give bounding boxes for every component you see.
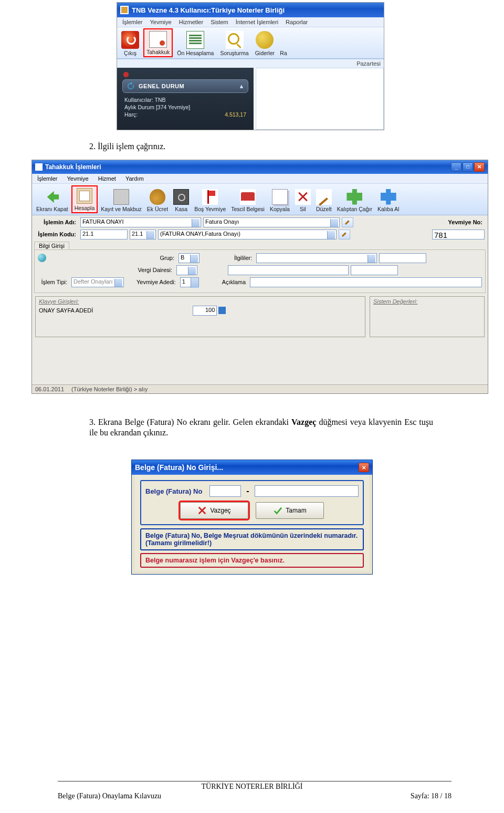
toolbar-exit-button[interactable]: Çıkış <box>119 28 141 57</box>
form-area: İşlemin Adı: FATURA ONAYI Fatura Onayı Y… <box>32 215 488 239</box>
menu-islemler[interactable]: İşlemler <box>37 175 58 182</box>
toolbar-tescil-belgesi-button[interactable]: Tescil Belgesi <box>229 185 267 213</box>
screenshot-dialog: Belge (Fatura) No Girişi... ✕ Belge (Fat… <box>131 460 373 575</box>
vergi-extra2[interactable] <box>351 265 398 275</box>
tab-bilgi-girisi[interactable]: Bilgi Girişi <box>34 242 69 249</box>
status-bar: Pazartesi <box>117 59 384 68</box>
money-bag-icon <box>150 189 165 205</box>
panel-header: Sistem Değerleri: <box>373 298 417 305</box>
printer-icon <box>113 189 129 205</box>
toolbar: Çıkış Tahakkuk Ön Hesaplama Soruşturma G… <box>117 27 384 59</box>
panel-line: Aylık Durum [374 Yevmiye] <box>124 104 190 110</box>
info-message: Belge (Fatura) No, Belge Meşruat dökümün… <box>140 528 364 550</box>
menu-hizmet[interactable]: Hizmet <box>98 175 116 182</box>
toolbar-ek-ucret-button[interactable]: Ek Ücret <box>145 185 170 213</box>
panel-line: Kullanıcılar: TNB <box>124 97 166 103</box>
footer-center: TÜRKİYE NOTERLER BİRLİĞİ <box>0 783 504 791</box>
menu-sistem[interactable]: Sistem <box>211 19 228 25</box>
toolbar-giderler-button[interactable]: Giderler <box>253 28 277 57</box>
puzzle-icon <box>346 189 362 205</box>
toolbar-kaliba-al-button[interactable]: Kalıba Al <box>375 185 401 213</box>
islem-adi-desc-input[interactable]: Fatura Onayı <box>203 217 340 227</box>
edit-button[interactable] <box>342 217 353 227</box>
panel-header[interactable]: GENEL DURUM ▲ <box>122 79 248 93</box>
minimize-button[interactable]: _ <box>451 162 461 172</box>
menu-yevmiye[interactable]: Yevmiye <box>67 175 89 182</box>
islem-kodu-combo[interactable]: 21.1 <box>130 230 156 239</box>
button-label: Vazgeç <box>210 507 230 514</box>
ok-button[interactable]: Tamam <box>256 502 324 519</box>
vergi-dairesi-label: Vergi Dairesi: <box>132 267 174 273</box>
row-value-input[interactable]: 100 <box>193 306 217 316</box>
toolbar-tahakkuk-button[interactable]: Tahakkuk <box>143 28 173 57</box>
toolbar-label: Ön Hesaplama <box>177 50 214 56</box>
toolbar-hesapla-button[interactable]: Hesapla <box>71 185 98 213</box>
toolbar-kaliptan-cagir-button[interactable]: Kalıptan Çağır <box>335 185 374 213</box>
cropped-icon <box>279 31 288 49</box>
toolbar-duzelt-button[interactable]: Düzelt <box>314 185 334 213</box>
button-label: Tamam <box>286 507 306 514</box>
islem-kodu-input[interactable]: 21.1 <box>80 230 128 239</box>
app-icon <box>120 6 129 14</box>
belge-no-input-2[interactable] <box>255 485 359 497</box>
ilgililer-extra[interactable] <box>379 253 426 263</box>
islem-adi-input[interactable]: FATURA ONAYI <box>80 217 201 227</box>
toolbar-kopyala-button[interactable]: Kopyala <box>268 185 292 213</box>
instruction-bold: Vazgeç <box>291 418 316 426</box>
toolbar-kayit-makbuz-button[interactable]: Kayıt ve Makbuz <box>99 185 144 213</box>
list-number: 3. <box>89 418 96 426</box>
puzzle-icon <box>381 189 396 205</box>
islem-kodu-desc[interactable]: (FATURA ONAYI,Fatura Onayı) <box>158 230 337 239</box>
vergi-extra-input[interactable] <box>228 265 349 275</box>
window-titlebar: Tahakkuk İşlemleri _ □ ✕ <box>32 160 488 174</box>
toolbar-cropped-button[interactable]: Ra <box>279 28 288 57</box>
magnifier-icon <box>226 31 244 49</box>
calculator-icon <box>77 188 92 204</box>
klavye-girisleri-panel: Klavye Girişleri: ONAY SAYFA ADEDİ 100 <box>35 296 365 337</box>
close-button[interactable]: ✕ <box>359 463 369 472</box>
yevmiye-no-input[interactable]: 781 <box>432 230 485 239</box>
maximize-button[interactable]: □ <box>463 162 473 172</box>
menu-yevmiye[interactable]: Yevmiye <box>150 19 172 25</box>
islem-tipi-input[interactable]: Defter Onayları <box>71 277 124 287</box>
app-body: GENEL DURUM ▲ Kullanıcılar: TNB Aylık Du… <box>117 68 384 130</box>
menu-islemler[interactable]: İşlemler <box>122 19 143 25</box>
toolbar: Ekranı Kapat Hesapla Kayıt ve Makbuz Ek … <box>32 184 488 215</box>
footer-rule <box>58 781 452 781</box>
footer-right: Sayfa: 18 / 18 <box>411 792 452 800</box>
menu-internet-islemleri[interactable]: İnternet İşlemleri <box>236 19 278 25</box>
aciklama-input[interactable] <box>250 277 482 287</box>
ilgililer-input[interactable] <box>256 253 377 263</box>
toolbar-on-hesaplama-button[interactable]: Ön Hesaplama <box>175 28 216 57</box>
toolbar-kasa-button[interactable]: Kasa <box>171 185 191 213</box>
toolbar-label: Giderler <box>255 50 275 56</box>
menu-hizmetler[interactable]: Hizmetler <box>179 19 203 25</box>
close-button[interactable]: ✕ <box>474 162 485 172</box>
menu-yardim[interactable]: Yardım <box>125 175 144 182</box>
chevron-up-icon: ▲ <box>239 83 245 89</box>
belge-no-label: Belge (Fatura) No <box>145 487 202 495</box>
yevmiye-adedi-input[interactable]: 1 <box>180 277 199 287</box>
cancel-button[interactable]: Vazgeç <box>180 502 248 519</box>
genel-durum-panel: GENEL DURUM ▲ Kullanıcılar: TNB Aylık Du… <box>117 68 254 130</box>
toolbar-sorusturma-button[interactable]: Soruşturma <box>218 28 250 57</box>
safe-icon <box>173 189 189 205</box>
edit-button[interactable] <box>339 230 350 239</box>
sphere-icon <box>38 254 46 262</box>
toolbar-sil-button[interactable]: Sil <box>293 185 313 213</box>
content-blank <box>256 68 384 130</box>
pencil-icon <box>316 189 332 205</box>
menu-raporlar[interactable]: Raporlar <box>286 19 308 25</box>
belge-no-input-1[interactable] <box>209 485 241 497</box>
status-day: Pazartesi <box>356 60 381 67</box>
vergi-dairesi-input[interactable] <box>176 265 197 275</box>
check-icon <box>273 506 282 515</box>
refresh-icon <box>126 81 135 91</box>
toolbar-ekrani-kapat-button[interactable]: Ekranı Kapat <box>34 185 70 213</box>
copy-icon <box>272 189 288 205</box>
toolbar-bos-yevmiye-button[interactable]: Boş Yevmiye <box>192 185 228 213</box>
delete-icon <box>295 189 311 205</box>
grup-input[interactable]: B <box>178 253 200 263</box>
disk-icon[interactable] <box>218 307 226 314</box>
window-title: TNB Vezne 4.3 Kullanıcı:Türkiye Noterler… <box>132 6 285 14</box>
